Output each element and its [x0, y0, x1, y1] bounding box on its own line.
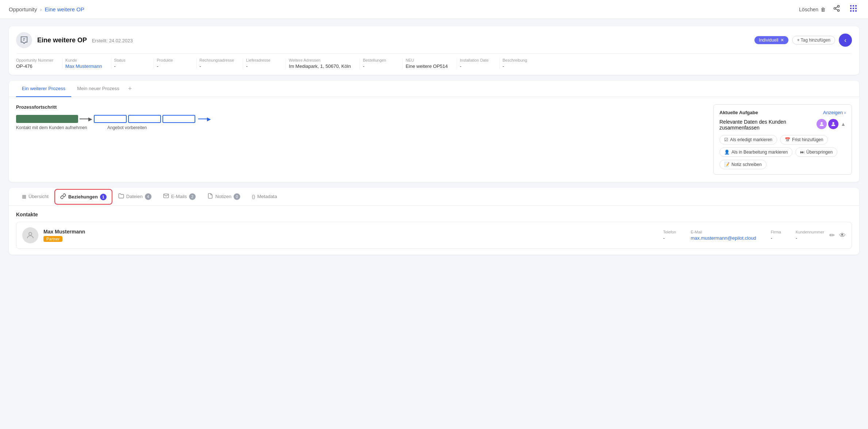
breadcrumb-current[interactable]: Eine weitere OP: [45, 6, 84, 12]
email-value: max.mustermann@epilot.cloud: [691, 235, 756, 241]
firma-value: -: [771, 235, 781, 241]
collapse-button[interactable]: ‹: [839, 34, 852, 47]
svg-point-17: [832, 122, 834, 124]
header-card: Eine weitere OP Erstellt: 24.02.2023 Ind…: [9, 26, 859, 75]
breadcrumb-sep: ›: [40, 6, 42, 12]
bottom-tab-ubersicht[interactable]: ▦ Übersicht: [16, 189, 54, 205]
field-label-2: Status: [114, 58, 145, 62]
step-2-bar-1: [94, 115, 127, 123]
bottom-tab-notizen[interactable]: Notizen 0: [201, 188, 246, 206]
svg-point-18: [29, 232, 32, 235]
bottom-tabs-row: ▦ Übersicht Beziehungen 1 Dateien 4: [9, 188, 859, 206]
task-collapse-icon[interactable]: ▲: [841, 121, 846, 127]
field-divider-1: [111, 58, 111, 69]
step-2-bar-3: [162, 115, 195, 123]
field-value-3: -: [157, 63, 188, 69]
bottom-tab-metadata[interactable]: {} Metadata: [246, 189, 283, 205]
note-icon: 📝: [724, 162, 730, 167]
header-right: Individuell ✕ + Tag hinzufügen ‹: [754, 34, 852, 47]
record-title: Eine weitere OP: [37, 36, 87, 44]
email-icon: [163, 193, 169, 200]
notizen-label: Notizen: [215, 194, 231, 199]
svg-rect-10: [855, 8, 857, 9]
task-ueberspringen-button[interactable]: ⏭ Überspringen: [795, 147, 837, 157]
task-panel: Aktuelle Aufgabe Anzeigen › Relevante Da…: [713, 104, 852, 175]
field-neu: NEU Eine weitere OP514: [406, 58, 454, 69]
task-frist-button[interactable]: 📅 Frist hinzufügen: [780, 135, 828, 144]
field-value-0: OP-476: [16, 63, 53, 69]
process-tab-0[interactable]: Ein weiterer Prozess: [16, 81, 71, 97]
contact-kundennummer: Kundennummer -: [796, 230, 824, 241]
svg-rect-11: [850, 10, 852, 12]
trash-icon: 🗑: [821, 7, 826, 12]
field-label-0: Opportunity Nummer: [16, 58, 53, 62]
skip-icon: ⏭: [800, 150, 804, 155]
svg-rect-6: [853, 5, 854, 7]
bottom-tab-emails[interactable]: E-Mails 2: [157, 188, 201, 206]
task-notiz-label: Notiz schreiben: [731, 162, 762, 167]
field-label-5: Lieferadresse: [246, 58, 277, 62]
field-value-5: -: [246, 63, 277, 69]
task-notiz-button[interactable]: 📝 Notiz schreiben: [719, 160, 767, 169]
task-anzeigen-link[interactable]: Anzeigen ›: [823, 110, 846, 115]
kundennummer-label: Kundennummer: [796, 230, 824, 234]
task-erledigt-button[interactable]: ☑ Als erledigt markieren: [719, 135, 777, 144]
step-1-bar-row: ▶: [16, 115, 94, 123]
contact-avatar-0: [22, 227, 38, 243]
svg-point-1: [834, 8, 836, 9]
step-2-arrow: ▶: [198, 116, 211, 122]
svg-rect-7: [855, 5, 857, 7]
field-divider-5: [285, 58, 286, 69]
share-button[interactable]: [831, 3, 842, 15]
contact-edit-button[interactable]: ✏: [829, 231, 835, 239]
record-title-group: Eine weitere OP Erstellt: 24.02.2023: [37, 36, 133, 44]
task-frist-label: Frist hinzufügen: [792, 137, 823, 142]
add-tag-button[interactable]: + Tag hinzufügen: [792, 36, 835, 45]
field-label-7: Bestellungen: [363, 58, 393, 62]
field-beschreibung: Beschreibung -: [503, 58, 539, 69]
contact-telefon: Telefon -: [663, 230, 676, 241]
field-label-8: NEU: [406, 58, 448, 62]
dateien-label: Dateien: [126, 194, 143, 199]
firma-label: Firma: [771, 230, 781, 234]
person-icon: 👤: [724, 150, 730, 155]
avatar-2: [828, 119, 838, 129]
contact-actions-0: ✏ 👁: [829, 231, 846, 239]
field-value-6: Im Mediapark, 1, 50670, Köln: [289, 63, 351, 69]
field-label-1: Kunde: [65, 58, 102, 62]
task-ueberspringen-label: Überspringen: [806, 150, 833, 155]
collapse-icon: ‹: [844, 36, 846, 44]
breadcrumb: Opportunity › Eine weitere OP: [9, 6, 84, 12]
field-divider-0: [62, 58, 62, 69]
svg-rect-12: [853, 10, 854, 12]
breadcrumb-root[interactable]: Opportunity: [9, 6, 37, 12]
telefon-value: -: [663, 235, 676, 241]
svg-point-2: [838, 9, 840, 11]
ubersicht-icon: ▦: [22, 194, 26, 199]
dateien-badge: 4: [145, 193, 151, 200]
main-content: Eine weitere OP Erstellt: 24.02.2023 Ind…: [0, 19, 868, 262]
field-label-10: Beschreibung: [503, 58, 533, 62]
ubersicht-label: Übersicht: [28, 194, 49, 199]
record-created: Erstellt: 24.02.2023: [92, 38, 133, 43]
bottom-tab-beziehungen[interactable]: Beziehungen 1: [54, 189, 112, 205]
add-process-tab-button[interactable]: +: [125, 81, 135, 96]
grid-button[interactable]: [848, 3, 859, 16]
tag-remove-button[interactable]: ✕: [780, 38, 784, 43]
steps-container: ▶ ▶: [16, 115, 702, 123]
kundennummer-value: -: [796, 235, 824, 241]
metadata-icon: {}: [252, 194, 255, 199]
process-tab-1[interactable]: Mein neuer Prozess: [71, 81, 125, 97]
tag-label: Individuell: [759, 38, 778, 43]
bottom-tab-dateien[interactable]: Dateien 4: [112, 188, 157, 206]
field-divider-7: [402, 58, 403, 69]
contact-view-button[interactable]: 👁: [839, 231, 846, 239]
metadata-label: Metadata: [257, 194, 277, 199]
task-actions: ☑ Als erledigt markieren 📅 Frist hinzufü…: [719, 135, 846, 169]
delete-button[interactable]: Löschen 🗑: [799, 7, 826, 12]
field-status: Status -: [114, 58, 151, 69]
task-title-row: Relevante Daten des Kunden zusammenfasse…: [719, 119, 846, 131]
field-value-1[interactable]: Max Mustermann: [65, 63, 102, 69]
task-bearbeitung-button[interactable]: 👤 Als in Bearbeitung markieren: [719, 147, 792, 157]
step-2-bar-2: [128, 115, 161, 123]
